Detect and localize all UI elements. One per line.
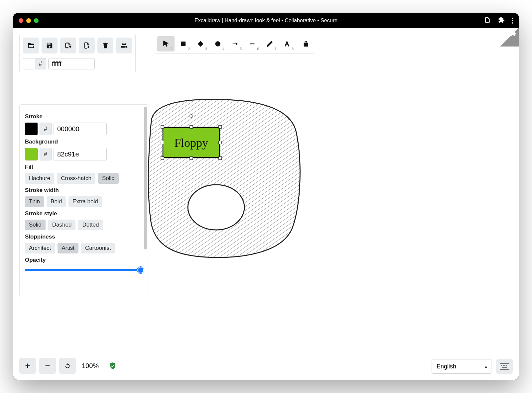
resize-handle-nw[interactable]	[161, 125, 164, 129]
resize-handle-se[interactable]	[218, 156, 222, 160]
selected-label-rect[interactable]: Floppy	[162, 127, 220, 158]
close-window-button[interactable]	[19, 18, 23, 23]
maximize-window-button[interactable]	[34, 18, 39, 23]
rotate-handle[interactable]	[190, 114, 193, 118]
resize-handle-sw[interactable]	[161, 156, 164, 160]
app-window: Excalidraw | Hand-drawn look & feel • Co…	[13, 13, 519, 380]
canvas[interactable]: Floppy	[13, 28, 519, 380]
floppy-body-shape	[148, 99, 300, 257]
floppy-hole-shape	[188, 185, 244, 230]
app-area: # 1 2 3 4 5	[13, 28, 519, 380]
window-controls	[19, 18, 39, 23]
svg-text:Floppy: Floppy	[174, 136, 208, 149]
resize-handle-ne[interactable]	[218, 125, 222, 129]
more-menu-icon[interactable]	[512, 18, 513, 24]
minimize-window-button[interactable]	[26, 18, 31, 23]
resize-handle-n[interactable]	[190, 125, 193, 129]
titlebar: Excalidraw | Hand-drawn look & feel • Co…	[13, 13, 519, 28]
window-title: Excalidraw | Hand-drawn look & feel • Co…	[13, 18, 519, 24]
document-icon[interactable]	[484, 17, 491, 25]
titlebar-actions	[484, 17, 513, 25]
resize-handle-w[interactable]	[161, 141, 164, 144]
resize-handle-e[interactable]	[218, 141, 222, 144]
extension-icon[interactable]	[498, 17, 505, 25]
drawing: Floppy	[13, 28, 519, 380]
resize-handle-s[interactable]	[190, 156, 193, 160]
